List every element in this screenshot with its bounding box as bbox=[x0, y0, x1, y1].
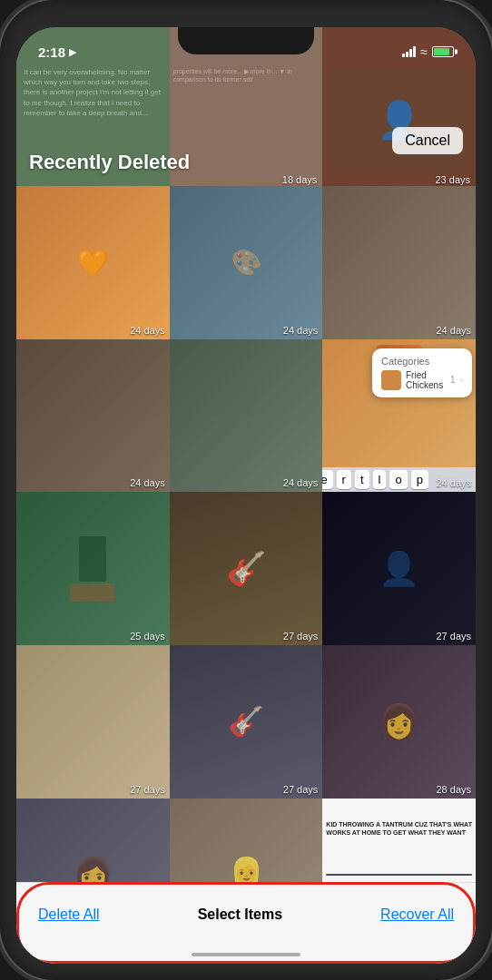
bottom-toolbar: Delete All Select Items Recover All bbox=[16, 882, 476, 964]
grid-cell-with-popup[interactable]: 🍗 Categories Fried Chickens 1 › bbox=[322, 339, 476, 493]
grid-cell[interactable]: 24 days bbox=[16, 339, 170, 493]
day-label: 24 days bbox=[436, 477, 471, 488]
day-label: 24 days bbox=[283, 325, 319, 336]
toolbar-title: Select Items bbox=[198, 906, 282, 923]
category-count: 1 bbox=[450, 375, 456, 385]
grid-cell[interactable]: 👩 28 days bbox=[16, 799, 170, 882]
grid-cell[interactable]: 24 days bbox=[322, 186, 476, 339]
day-label: 24 days bbox=[283, 477, 319, 488]
day-label: 27 days bbox=[283, 631, 319, 642]
notch bbox=[178, 27, 314, 54]
grid-cell[interactable]: 25 days bbox=[16, 492, 170, 645]
photo-grid[interactable]: 🧡 24 days 🎨 24 days 24 days 24 days bbox=[16, 186, 476, 882]
category-item[interactable]: Fried Chickens 1 › bbox=[381, 370, 463, 390]
day-label: 25 days bbox=[130, 631, 165, 642]
phone-screen: 2:18 ▶ ≈ bbox=[16, 27, 476, 964]
signal-icon bbox=[402, 46, 416, 57]
category-thumbnail bbox=[381, 370, 401, 390]
chevron-icon: › bbox=[460, 375, 463, 385]
category-name: Fried Chickens bbox=[406, 370, 446, 390]
phone-frame: 2:18 ▶ ≈ bbox=[0, 0, 492, 980]
top-day-label-2: 23 days bbox=[435, 174, 470, 185]
top-day-label-1: 18 days bbox=[282, 174, 318, 185]
section-title: Recently Deleted bbox=[29, 151, 190, 174]
grid-cell[interactable]: 👩 28 days bbox=[322, 645, 476, 799]
day-label: 28 days bbox=[436, 784, 471, 795]
grid-cell[interactable]: 🎸 27 days bbox=[170, 645, 323, 799]
grid-cell-meme[interactable]: KID THROWING A TANTRUM CUZ THAT'S WHAT W… bbox=[322, 799, 476, 882]
grid-cell[interactable]: 27 days bbox=[16, 645, 170, 799]
home-indicator[interactable] bbox=[192, 953, 300, 956]
day-label: 27 days bbox=[436, 631, 471, 642]
grid-row: 25 days 🎸 27 days 👤 27 days bbox=[16, 492, 476, 645]
grid-row: 24 days 24 days 🍗 Categories Fri bbox=[16, 339, 476, 493]
day-label: 24 days bbox=[130, 325, 165, 336]
cancel-button[interactable]: Cancel bbox=[392, 127, 463, 154]
grid-cell[interactable]: 👤 27 days bbox=[322, 492, 476, 645]
grid-cell[interactable]: 🎨 24 days bbox=[170, 186, 323, 339]
wifi-icon: ≈ bbox=[420, 44, 428, 59]
grid-row: 👩 28 days 👱‍♀️ 28 days KID THROWING A TA… bbox=[16, 799, 476, 882]
day-label: 27 days bbox=[130, 784, 165, 795]
delete-all-button[interactable]: Delete All bbox=[38, 906, 100, 923]
grid-cell[interactable]: 🎸 27 days bbox=[170, 492, 323, 645]
grid-cell[interactable]: 24 days bbox=[170, 339, 323, 493]
grid-cell[interactable]: 👱‍♀️ 28 days bbox=[170, 799, 323, 882]
grid-cell[interactable]: 🧡 24 days bbox=[16, 186, 170, 339]
categories-title: Categories bbox=[381, 356, 463, 367]
day-label: 24 days bbox=[130, 477, 165, 488]
location-icon: ▶ bbox=[69, 46, 76, 58]
categories-popup: Categories Fried Chickens 1 › bbox=[372, 348, 472, 397]
day-label: 24 days bbox=[436, 325, 471, 336]
grid-row: 27 days 🎸 27 days 👩 28 days bbox=[16, 645, 476, 799]
grid-row: 🧡 24 days 🎨 24 days 24 days bbox=[16, 186, 476, 339]
battery-icon bbox=[432, 46, 454, 57]
status-icons: ≈ bbox=[402, 44, 454, 59]
status-time: 2:18 bbox=[38, 44, 65, 60]
recover-all-button[interactable]: Recover All bbox=[380, 906, 454, 923]
day-label: 27 days bbox=[283, 784, 319, 795]
